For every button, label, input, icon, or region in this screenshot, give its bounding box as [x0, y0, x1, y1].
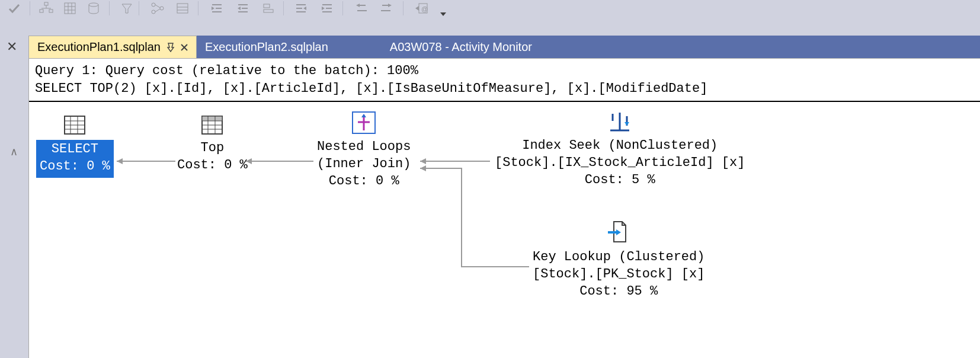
list-indent-left-icon[interactable] [316, 0, 338, 17]
document-frame: ✕ ExecutionPlan1.sqlplan ExecutionPlan2.… [0, 28, 980, 358]
svg-rect-29 [264, 9, 273, 12]
svg-line-15 [155, 5, 160, 8]
svg-marker-39 [356, 4, 360, 7]
svg-rect-64 [202, 116, 222, 121]
dropdown-caret-icon[interactable] [440, 9, 447, 17]
node-cost: Cost: 0 % [317, 173, 411, 190]
svg-rect-0 [44, 2, 48, 5]
svg-marker-55 [420, 158, 426, 164]
plan-node-select[interactable]: SELECT Cost: 0 % [36, 114, 114, 177]
plan-node-top[interactable]: Top Cost: 0 % [177, 114, 248, 174]
tab-label: ExecutionPlan2.sqlplan [205, 40, 328, 54]
svg-rect-17 [177, 4, 188, 13]
index-seek-icon [495, 110, 745, 134]
svg-text:@: @ [421, 5, 428, 12]
execution-plan-diagram: SELECT Cost: 0 % Top Cost: 0 % Nested Lo… [29, 102, 980, 358]
query-cost-line: Query 1: Query cost (relative to the bat… [35, 62, 974, 80]
node-title: Top [177, 140, 248, 157]
svg-rect-3 [40, 9, 43, 12]
node-cost: Cost: 5 % [495, 172, 745, 189]
plan-canvas: Query 1: Query cost (relative to the bat… [28, 58, 980, 358]
tabbar: ExecutionPlan1.sqlplan ExecutionPlan2.sq… [28, 36, 980, 58]
svg-marker-27 [238, 7, 241, 10]
pin-icon[interactable] [166, 43, 175, 52]
align-left-icon[interactable] [258, 0, 280, 17]
plan-node-index-seek[interactable]: Index Seek (NonClustered) [Stock].[IX_St… [495, 110, 745, 188]
svg-rect-28 [264, 4, 270, 8]
indent-icon[interactable] [232, 0, 254, 17]
tree-icon[interactable] [147, 0, 168, 17]
svg-marker-74 [624, 122, 629, 126]
checkmark-icon[interactable] [4, 0, 25, 17]
svg-marker-45 [415, 6, 419, 11]
tab-executionplan1[interactable]: ExecutionPlan1.sqlplan [28, 36, 197, 58]
tab-executionplan2[interactable]: ExecutionPlan2.sqlplan [197, 36, 337, 58]
scroll-up-caret-icon[interactable]: ∧ [10, 145, 18, 158]
query-sql-line: SELECT TOP(2) [x].[Id], [x].[ArticleId],… [35, 80, 974, 98]
outdent-icon[interactable] [206, 0, 228, 17]
node-title: Index Seek (NonClustered) [495, 138, 745, 155]
hierarchy-icon[interactable] [36, 0, 57, 17]
svg-marker-23 [212, 7, 214, 10]
svg-marker-33 [303, 7, 306, 10]
node-object: [Stock].[IX_Stock_ArticleId] [x] [495, 155, 745, 172]
svg-point-14 [160, 7, 164, 10]
shift-left-icon[interactable] [351, 0, 372, 17]
insert-param-icon[interactable]: @ [411, 0, 433, 17]
grid-icon[interactable] [59, 0, 81, 17]
svg-rect-5 [65, 3, 75, 14]
list-indent-right-icon[interactable] [290, 0, 312, 17]
svg-line-16 [155, 9, 160, 12]
node-cost: Cost: 0 % [40, 158, 110, 175]
svg-point-13 [152, 10, 155, 14]
node-title: SELECT [40, 141, 110, 158]
tab-label: ExecutionPlan1.sqlplan [37, 40, 161, 54]
tab-activity-monitor[interactable]: A03W078 - Activity Monitor [337, 36, 552, 58]
svg-marker-11 [122, 4, 132, 13]
key-lookup-icon [533, 219, 704, 245]
svg-marker-56 [420, 165, 426, 171]
filter-icon[interactable] [116, 0, 137, 17]
db-icon[interactable] [83, 0, 104, 17]
plan-node-nested-loops[interactable]: Nested Loops (Inner Join) Cost: 0 % [317, 110, 411, 190]
node-sub: (Inner Join) [317, 156, 411, 173]
node-cost: Cost: 95 % [533, 283, 704, 301]
node-title: Nested Loops [317, 139, 411, 156]
tab-label: A03W078 - Activity Monitor [390, 40, 532, 54]
close-icon[interactable] [181, 44, 188, 51]
shift-right-icon[interactable] [377, 0, 398, 17]
plan-node-key-lookup[interactable]: Key Lookup (Clustered) [Stock].[PK_Stock… [533, 219, 704, 300]
svg-marker-47 [440, 12, 446, 16]
svg-marker-37 [322, 7, 325, 10]
node-title: Key Lookup (Clustered) [533, 249, 704, 266]
node-object: [Stock].[PK_Stock] [x] [533, 266, 704, 283]
select-result-icon [36, 114, 114, 136]
pane-close-button[interactable]: ✕ [6, 39, 18, 55]
node-cost: Cost: 0 % [177, 157, 248, 174]
svg-marker-42 [388, 4, 392, 7]
svg-rect-4 [49, 9, 53, 12]
svg-point-12 [152, 3, 155, 7]
query-header: Query 1: Query cost (relative to the bat… [29, 59, 980, 102]
nested-loops-icon [317, 110, 411, 135]
table-icon[interactable] [172, 0, 193, 17]
svg-point-10 [89, 3, 98, 7]
svg-marker-51 [117, 158, 123, 164]
toolbar: @ [0, 0, 980, 29]
table-icon [177, 114, 248, 136]
